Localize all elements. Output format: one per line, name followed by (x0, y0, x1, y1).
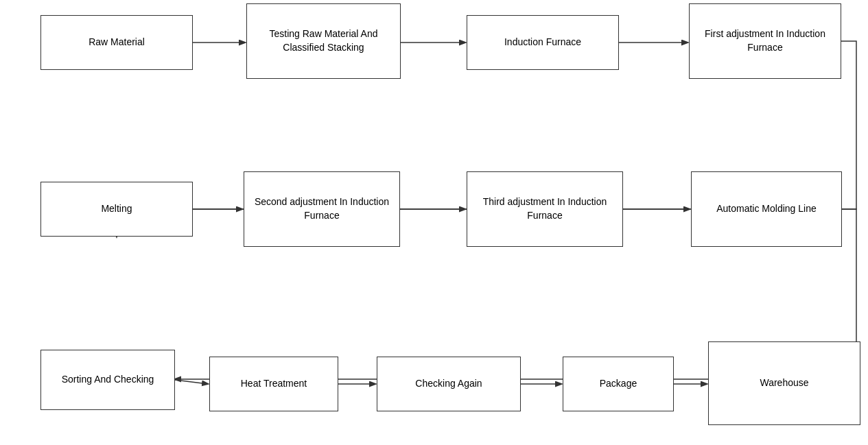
box-melting: Melting (40, 182, 193, 237)
box-warehouse: Warehouse (708, 341, 860, 425)
box-heat-treatment: Heat Treatment (209, 357, 338, 411)
box-auto-molding: Automatic Molding Line (691, 171, 842, 247)
box-induction-furnace: Induction Furnace (467, 15, 619, 70)
box-first-adj: First adjustment In Induction Furnace (689, 3, 841, 79)
box-testing-raw: Testing Raw Material And Classified Stac… (246, 3, 401, 79)
box-package: Package (563, 357, 674, 411)
box-sorting: Sorting And Checking (40, 350, 175, 410)
diagram: Raw Material Testing Raw Material And Cl… (0, 0, 868, 445)
box-raw-material: Raw Material (40, 15, 193, 70)
box-checking-again: Checking Again (377, 357, 521, 411)
svg-line-7 (175, 380, 208, 384)
box-third-adj: Third adjustment In Induction Furnace (467, 171, 623, 247)
box-second-adj: Second adjustment In Induction Furnace (244, 171, 400, 247)
